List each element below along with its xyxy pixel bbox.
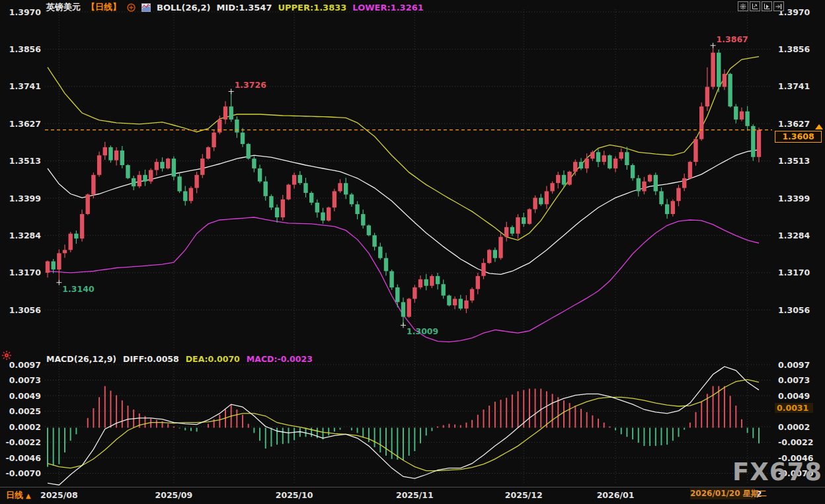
chart-canvas[interactable]: 1.39701.39701.38561.38561.37411.37411.36… xyxy=(0,0,825,504)
macd-axis-label: 0.0049 xyxy=(9,391,41,401)
date-axis-label: 2025/09 xyxy=(155,490,193,500)
price-axis-label: 1.3399 xyxy=(9,194,41,203)
boll-params-label: BOLL(26,2) xyxy=(157,3,211,13)
price-axis-label: 1.3627 xyxy=(9,119,41,129)
macd-axis-label: 0.0073 xyxy=(9,375,41,385)
date-axis-separator xyxy=(0,487,825,487)
indicator-chart-icon[interactable] xyxy=(141,3,151,12)
price-axis-label: 1.3170 xyxy=(9,268,42,277)
price-axis-label: 1.3284 xyxy=(778,231,810,240)
swing-low-nov: 1.3009 xyxy=(407,326,438,336)
period-up-arrow-icon: ▲ xyxy=(26,492,31,499)
symbol-name: 英镑美元 xyxy=(46,1,81,13)
price-axis-label: 1.3741 xyxy=(778,81,810,91)
crosshair-icon[interactable] xyxy=(738,1,748,11)
period-tag[interactable]: 【日线】 xyxy=(87,1,121,13)
macd-dea-value: DEA:0.0070 xyxy=(186,354,240,364)
macd-axis-label: 0.0049 xyxy=(778,391,810,401)
alert-icon[interactable] xyxy=(1,350,12,363)
chart-background xyxy=(0,0,825,504)
date-axis-label: 2025/10 xyxy=(276,490,313,500)
price-up-arrow-icon xyxy=(815,124,823,129)
date-axis-label: 2026/01 xyxy=(597,490,635,500)
macd-diff-value: DIFF:0.0058 xyxy=(123,354,179,364)
macd-axis-label: -0.0070 xyxy=(6,468,42,478)
period-selector[interactable]: 日线 ▲ xyxy=(6,489,31,501)
boll-mid-value: MID:1.3547 xyxy=(217,3,272,13)
macd-value: MACD:-0.0023 xyxy=(247,354,313,364)
date-axis-label: 2025/11 xyxy=(396,490,434,500)
scale-axis-play-icon[interactable] xyxy=(762,1,772,11)
price-axis-label: 1.3056 xyxy=(778,305,810,315)
macd-axis-label: 0.0025 xyxy=(9,406,41,416)
price-axis-label: 1.3399 xyxy=(778,194,810,203)
price-axis-label: 1.3856 xyxy=(9,44,42,54)
macd-axis-label: 0.0002 xyxy=(778,422,810,432)
macd-axis-label: 0.0073 xyxy=(778,375,810,385)
macd-axis-label: 0.0002 xyxy=(9,422,41,432)
current-macd-box: 0.0031 xyxy=(775,403,813,413)
swing-high-sep: 1.3726 xyxy=(235,80,267,90)
highlighted-date-label: 2026/01/20 星期二 xyxy=(690,488,755,499)
swing-low-jul: 1.3140 xyxy=(62,284,95,294)
price-axis-label: 1.3284 xyxy=(9,231,42,240)
period-label: 日线 xyxy=(6,489,23,501)
price-axis-label: 1.3627 xyxy=(778,119,810,129)
macd-axis-label: -0.0046 xyxy=(6,453,42,463)
price-axis-label: 1.3970 xyxy=(9,7,42,17)
macd-params-label: MACD(26,12,9) xyxy=(46,354,116,364)
macd-axis-label: 0.0097 xyxy=(778,360,810,370)
price-axis-label: 1.3513 xyxy=(778,156,810,166)
watermark: FX678 xyxy=(732,460,822,484)
boll-upper-value: UPPER:1.3833 xyxy=(278,3,346,13)
price-axis-label: 1.3741 xyxy=(9,81,41,91)
chart-header: 英镑美元 【日线】 BOLL(26,2) MID:1.3547 UPPER:1.… xyxy=(46,2,424,13)
date-axis-label: 2025/08 xyxy=(40,490,78,500)
price-axis-label: 1.3056 xyxy=(9,305,42,315)
macd-axis-label: -0.0022 xyxy=(6,437,41,447)
macd-axis-label: -0.0022 xyxy=(778,437,813,447)
price-axis-label: 1.3513 xyxy=(9,156,41,166)
jump-to-end-icon[interactable] xyxy=(773,1,784,11)
current-price-box: 1.3608 xyxy=(775,131,822,143)
plus-circle-icon[interactable] xyxy=(127,3,136,12)
scale-axis-left-icon[interactable] xyxy=(750,1,760,11)
chart-toolbar xyxy=(738,1,784,11)
boll-lower-value: LOWER:1.3261 xyxy=(352,3,423,13)
price-axis-label: 1.3170 xyxy=(778,268,810,277)
macd-header: MACD(26,12,9) DIFF:0.0058 DEA:0.0070 MAC… xyxy=(46,354,313,364)
date-axis-label: 2025/12 xyxy=(505,490,543,500)
trading-chart-screen: 1.39701.39701.38561.38561.37411.37411.36… xyxy=(0,0,825,504)
price-axis-label: 1.3856 xyxy=(778,44,810,54)
macd-axis-label: 0.0097 xyxy=(9,360,41,370)
swing-high-jan: 1.3867 xyxy=(717,34,748,44)
